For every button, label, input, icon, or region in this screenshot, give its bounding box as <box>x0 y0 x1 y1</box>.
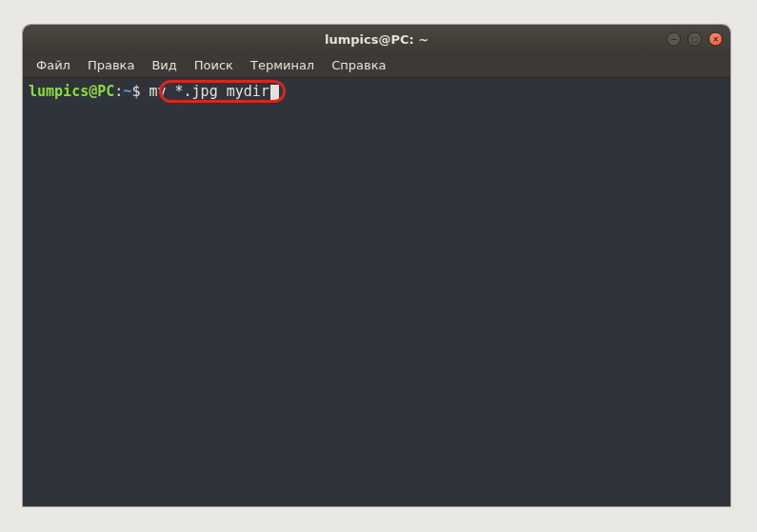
menu-terminal[interactable]: Терминал <box>243 55 322 75</box>
minimize-icon: − <box>670 35 677 43</box>
prompt-userhost: lumpics@PC <box>29 83 114 100</box>
text-cursor <box>270 85 279 100</box>
prompt-line: lumpics@PC:~$ mv *.jpg mydir <box>29 82 725 101</box>
maximize-button[interactable]: □ <box>687 32 702 47</box>
minimize-button[interactable]: − <box>667 32 681 47</box>
prompt-sep2: $ <box>131 83 140 100</box>
menu-edit[interactable]: Правка <box>80 55 142 75</box>
close-button[interactable]: × <box>708 32 723 47</box>
maximize-icon: □ <box>691 35 699 43</box>
terminal-body[interactable]: lumpics@PC:~$ mv *.jpg mydir <box>23 78 730 506</box>
menu-file[interactable]: Файл <box>29 55 78 75</box>
terminal-window: lumpics@PC: ~ − □ × Файл Правка Вид Поис… <box>23 25 730 506</box>
command-text: mv *.jpg mydir <box>149 83 269 100</box>
menu-view[interactable]: Вид <box>144 55 184 75</box>
menubar: Файл Правка Вид Поиск Терминал Справка <box>23 53 730 78</box>
window-controls: − □ × <box>667 32 723 47</box>
menu-help[interactable]: Справка <box>324 55 393 75</box>
menu-search[interactable]: Поиск <box>187 55 241 75</box>
window-title: lumpics@PC: ~ <box>325 32 428 47</box>
close-icon: × <box>712 35 719 43</box>
prompt-sep1: : <box>114 83 123 100</box>
titlebar[interactable]: lumpics@PC: ~ − □ × <box>23 25 730 53</box>
